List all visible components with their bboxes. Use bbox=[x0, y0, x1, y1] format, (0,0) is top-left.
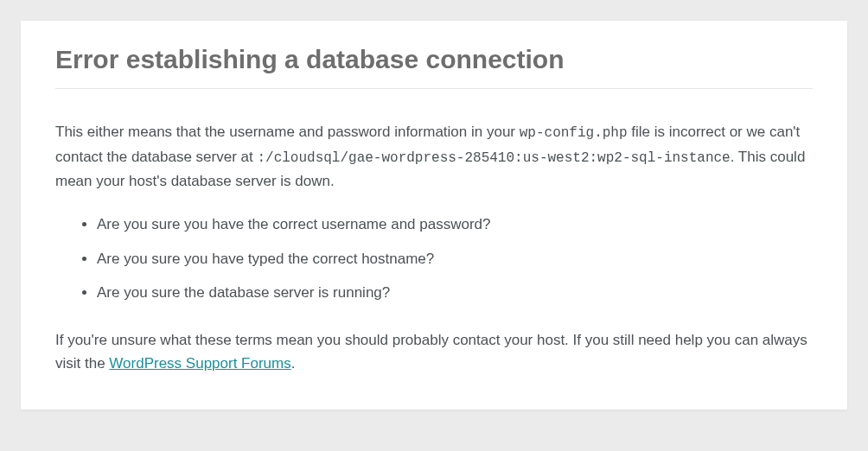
outro-paragraph: If you're unsure what these terms mean y… bbox=[55, 328, 813, 375]
config-file-code: wp-config.php bbox=[520, 125, 628, 141]
error-card: Error establishing a database connection… bbox=[21, 21, 847, 410]
intro-text-1: This either means that the username and … bbox=[55, 124, 520, 140]
outro-text-2: . bbox=[291, 355, 296, 372]
checklist: Are you sure you have the correct userna… bbox=[55, 213, 813, 304]
list-item: Are you sure the database server is runn… bbox=[97, 282, 813, 304]
list-item: Are you sure you have typed the correct … bbox=[97, 248, 813, 270]
list-item: Are you sure you have the correct userna… bbox=[97, 213, 813, 236]
db-hostname-code: :/cloudsql/gae-wordpress-285410:us-west2… bbox=[257, 150, 730, 166]
intro-paragraph: This either means that the username and … bbox=[55, 120, 813, 193]
support-forums-link[interactable]: WordPress Support Forums bbox=[109, 355, 290, 372]
error-heading: Error establishing a database connection bbox=[55, 45, 813, 89]
